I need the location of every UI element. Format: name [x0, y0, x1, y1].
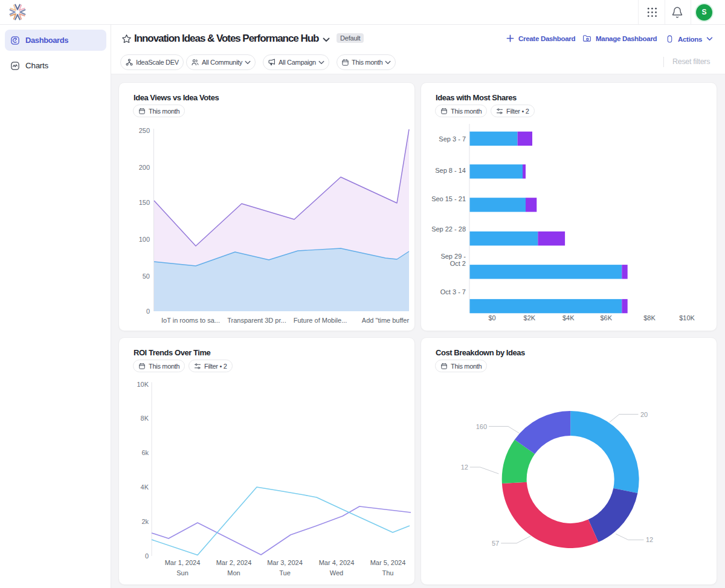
svg-text:$10K: $10K: [679, 314, 695, 321]
svg-text:Sun: Sun: [176, 569, 188, 577]
svg-text:Mar 4, 2024: Mar 4, 2024: [319, 559, 355, 566]
svg-text:4K: 4K: [141, 483, 149, 491]
svg-text:Sep 22 - 28: Sep 22 - 28: [431, 225, 466, 233]
svg-text:Oct 3 - 7: Oct 3 - 7: [440, 288, 466, 296]
svg-text:8K: 8K: [141, 415, 149, 422]
svg-text:160: 160: [476, 423, 487, 430]
svg-text:Mon: Mon: [227, 569, 240, 577]
svg-text:6k: 6k: [141, 449, 149, 456]
svg-text:Sep 8 - 14: Sep 8 - 14: [435, 167, 466, 174]
svg-text:12: 12: [461, 464, 468, 471]
svg-text:$8K: $8K: [643, 314, 656, 321]
svg-text:Mar 1, 2024: Mar 1, 2024: [165, 559, 201, 566]
svg-text:$6K: $6K: [601, 314, 613, 321]
svg-text:Mar 5, 2024: Mar 5, 2024: [370, 559, 406, 566]
svg-text:Seo 15 - 21: Seo 15 - 21: [431, 195, 466, 202]
svg-text:200: 200: [139, 164, 150, 171]
svg-text:Thu: Thu: [382, 569, 394, 577]
svg-text:Tue: Tue: [279, 569, 291, 577]
svg-text:20: 20: [640, 411, 648, 418]
svg-text:10K: 10K: [137, 381, 149, 388]
svg-text:2k: 2k: [141, 518, 149, 525]
svg-text:Mar 2, 2024: Mar 2, 2024: [216, 559, 252, 566]
svg-text:12: 12: [646, 536, 653, 543]
svg-text:Oct 2: Oct 2: [450, 260, 466, 267]
svg-text:Sep 29 -: Sep 29 -: [440, 253, 466, 260]
svg-text:0: 0: [145, 552, 149, 560]
svg-text:Sep 3 - 7: Sep 3 - 7: [439, 135, 466, 143]
svg-text:Add "time buffer: Add "time buffer: [362, 317, 410, 324]
svg-text:Wed: Wed: [330, 569, 343, 577]
svg-text:IoT in rooms to sa...: IoT in rooms to sa...: [161, 317, 220, 324]
svg-text:100: 100: [139, 236, 150, 243]
svg-text:0: 0: [146, 308, 150, 315]
svg-text:Future of Mobile...: Future of Mobile...: [294, 317, 347, 324]
svg-text:Mar 3, 2024: Mar 3, 2024: [267, 559, 303, 566]
svg-text:150: 150: [139, 199, 150, 206]
svg-text:Transparent 3D pr...: Transparent 3D pr...: [227, 317, 286, 324]
svg-text:50: 50: [143, 273, 150, 280]
svg-text:$0: $0: [488, 314, 495, 321]
svg-text:$4K: $4K: [562, 314, 575, 321]
svg-text:57: 57: [492, 540, 499, 547]
svg-text:$2K: $2K: [524, 314, 536, 321]
svg-text:250: 250: [139, 127, 150, 134]
